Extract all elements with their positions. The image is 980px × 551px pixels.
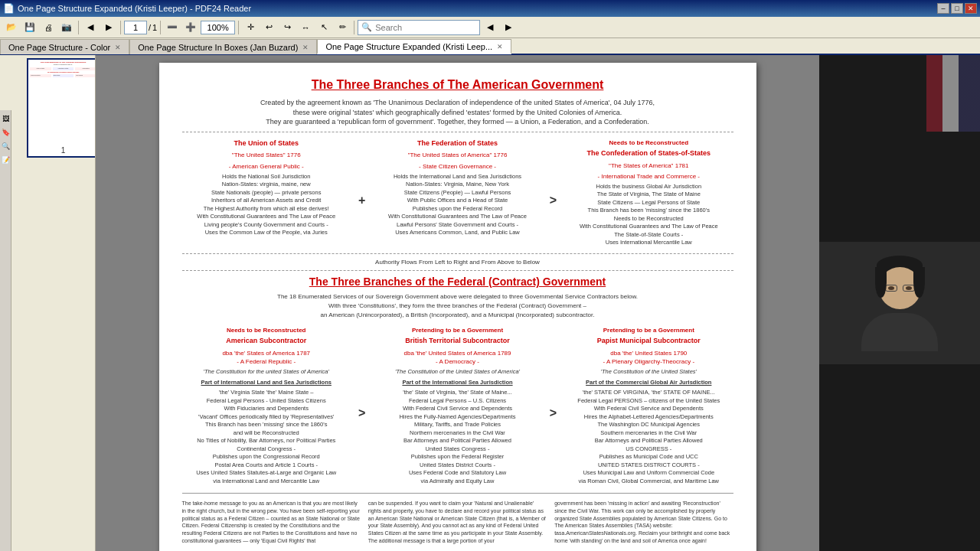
back-button[interactable]: ◀ [82,19,99,36]
american-sub-juris: Part of International Land and Sea Juris… [182,379,351,387]
forward-button[interactable]: ▶ [100,19,117,36]
subtitle-line2: these were original 'states' which geogr… [182,108,733,118]
british-sub-body: 'the' State of Virginia, 'the' State of … [373,389,541,485]
annotate-button[interactable]: ✏ [334,19,351,36]
person-hair-right [913,267,925,298]
sidebar-annot-icon[interactable]: 📝 [0,155,11,165]
tab-boxes-close[interactable]: ✕ [302,44,309,51]
american-sub-body: 'the' Virginia State 'the' Maine State –… [182,389,351,485]
american-sub-title: American Subcontractor [182,336,351,346]
page-thumbnail-1[interactable]: The Three Branches of The American Gover… [27,58,95,158]
union-body: Holds the National Soil Jurisdiction Nat… [182,173,351,237]
webcam-feed [819,242,980,364]
papist-sub-juris: Part of the Commercial Global Air Jurisd… [564,379,733,387]
british-sub-const: 'The Constitution of the United States o… [373,368,541,377]
union-column: The Union of States "The United States" … [182,139,351,247]
confederation-subtitle2: - International Trade and Commerce - [564,172,733,181]
separator4 [238,21,239,34]
app-icon: 📄 [3,3,15,14]
search-prev-button[interactable]: ◀ [482,19,498,36]
subtitle: Created by the agreement known as 'The U… [182,98,733,127]
federal-desc-line1: The 18 Enumerated Services of our Sovere… [182,292,733,302]
print-button[interactable]: 🖨 [40,19,57,36]
subtitle-line1: Created by the agreement known as 'The U… [182,98,733,108]
separator2 [120,21,121,34]
federal-desc-line2: With three 'Constitutions', they form th… [182,302,733,311]
page-number-input[interactable]: 1 [124,21,147,34]
thumbnail-panel: The Three Branches of The American Gover… [24,55,95,551]
tab-expanded-label: One Page Structure Expanded (Kristi Leep… [325,42,492,51]
zoom-out-button[interactable]: ➖ [164,19,181,36]
federation-subtitle2: - State Citizen Governance - [373,162,541,171]
minimize-button[interactable]: – [937,3,949,14]
save-button[interactable]: 💾 [21,19,38,36]
dashed-divider-3 [182,270,733,271]
bottom-section: The take-home message to you as an Ameri… [182,493,733,545]
tab-color-label: One Page Structure - Color [8,43,110,52]
person-body [861,313,938,351]
window-title: One Page Structure Expanded (Kristi Leep… [18,4,251,13]
confederation-body: Holds the business Global Air Jurisdicti… [564,183,733,247]
main-area: 🖼 🔖 🔍 📝 The Three Branches of The Americ… [0,55,980,551]
confederation-needs-reconstruction: Needs to be Reconstructed [564,139,733,147]
person [861,256,938,351]
tab-expanded-close[interactable]: ✕ [497,43,503,51]
search-icon: 🔍 [361,22,372,32]
federal-desc-line3: an American (Unincorporated), a British … [182,311,733,320]
fit-width-button[interactable]: ↔ [297,19,314,36]
bottom-columns: The take-home message to you as an Ameri… [182,500,733,545]
toolbar: 📂 💾 🖨 📷 ◀ ▶ 1 / 1 ➖ ➕ 100% ✛ ↩ ↪ ↔ ↖ ✏ 🔍… [0,17,980,38]
three-branches-row: The Union of States "The United States" … [182,139,733,247]
rotate-right-button[interactable]: ↪ [279,19,296,36]
sidebar-thumbnail-icon[interactable]: 🖼 [0,113,11,124]
federation-subtitle1: "The United States of America" 1776 [373,151,541,159]
open-button[interactable]: 📂 [3,19,20,36]
document-area[interactable]: The Three Branches of The American Gover… [96,55,819,551]
federation-title: The Federation of States [373,139,541,148]
separator1 [78,21,79,34]
tab-boxes[interactable]: One Page Structure In Boxes (Jan Buzard)… [129,39,317,54]
zoom-in-button[interactable]: ➕ [182,19,199,36]
title-bar: 📄 One Page Structure Expanded (Kristi Le… [0,0,980,17]
thumbnail-content: The Three Branches of The American Gover… [28,60,95,145]
search-next-button[interactable]: ▶ [500,19,517,36]
maximize-button[interactable]: □ [951,3,963,14]
papist-sub-title: Papist Municipal Subcontractor [564,336,733,346]
snapshot-button[interactable]: 📷 [58,19,75,36]
close-button[interactable]: ✕ [965,3,977,14]
union-title: The Union of States [182,139,351,148]
tab-expanded[interactable]: One Page Structure Expanded (Kristi Leep… [317,39,511,54]
papist-pretending: Pretending to be a Government [564,326,733,334]
title-bar-left: 📄 One Page Structure Expanded (Kristi Le… [3,3,251,14]
american-sub-const: 'The Constitution for the united States … [182,368,351,377]
american-sub-subtitle: dba 'the' States of America 1787 - A Fed… [182,349,351,366]
person-eye-left [888,286,894,290]
sidebar: 🖼 🔖 🔍 📝 The Three Branches of The Americ… [0,55,96,551]
sidebar-icon-panel: 🖼 🔖 🔍 📝 [0,110,11,551]
sidebar-bookmark-icon[interactable]: 🔖 [0,127,11,138]
search-box[interactable]: 🔍 [358,20,480,35]
american-subcontractor-column: Needs to be Reconstructed American Subco… [182,326,351,485]
rotate-left-button[interactable]: ↩ [260,19,277,36]
bottom-col2: can be suspended. If you want to claim y… [368,500,547,545]
thumbnail-number: 1 [28,145,95,156]
page-total: 1 [152,23,157,32]
confederation-column: Needs to be Reconstructed The Confederat… [564,139,733,247]
tab-boxes-label: One Page Structure In Boxes (Jan Buzard) [138,43,298,52]
federal-desc1: The 18 Enumerated Services of our Sovere… [182,292,733,320]
british-subcontractor-column: Pretending to be a Government British Te… [373,326,541,485]
tab-bar: One Page Structure - Color ✕ One Page St… [0,38,980,55]
confederation-title: The Confederation of States-of-States [564,148,733,158]
zoom-input[interactable]: 100% [201,21,235,34]
tab-color-close[interactable]: ✕ [115,44,121,51]
cursor-button[interactable]: ↖ [315,19,332,36]
tab-color[interactable]: One Page Structure - Color ✕ [0,39,129,54]
select-tool-button[interactable]: ✛ [242,19,259,36]
papist-sub-const: 'The Constitution of the United States' [564,368,733,377]
federation-body: Holds the International Land and Sea Jur… [373,173,541,237]
sidebar-search-icon[interactable]: 🔍 [0,141,11,152]
separator5 [354,21,354,34]
search-input[interactable] [375,23,475,32]
american-needs-reconstruction: Needs to be Reconstructed [182,326,351,334]
union-subtitle2: - American General Public - [182,162,351,171]
